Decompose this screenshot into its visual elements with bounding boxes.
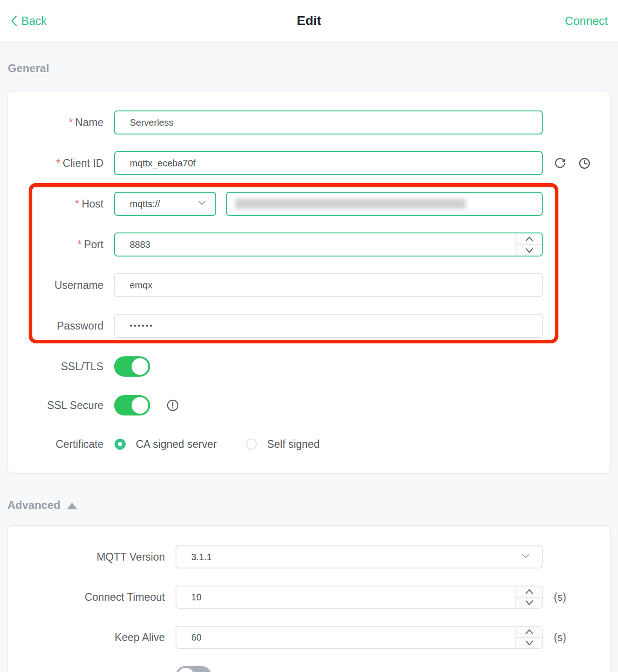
ssl-secure-label: SSL Secure [8,399,103,412]
username-value: emqx [130,280,152,291]
triangle-up-icon [67,502,77,509]
toggle-knob [132,358,148,375]
keep-alive-row: Keep Alive 60 (s) [8,626,610,649]
connect-timeout-row: Connect Timeout 10 (s) [8,586,610,609]
name-label: *Name [8,116,103,129]
password-row: Password •••••• [8,314,610,338]
client-id-row: *Client ID mqttx_eceba70f [8,151,610,175]
radio-ca-signed-server-label[interactable]: CA signed server [136,438,217,451]
client-id-input[interactable]: mqttx_eceba70f [114,151,543,175]
ssl-secure-row: SSL Secure [8,395,610,415]
client-id-value: mqttx_eceba70f [130,158,195,169]
page-title: Edit [0,13,618,28]
keep-alive-unit: (s) [554,631,566,644]
connect-timeout-unit: (s) [554,591,566,604]
mqtt-version-label: MQTT Version [8,551,165,563]
port-value: 8883 [130,239,151,250]
ssl-secure-toggle[interactable] [114,395,150,415]
required-marker: * [69,116,73,128]
radio-self-signed-label[interactable]: Self signed [267,438,320,451]
mqtt-version-row: MQTT Version 3.1.1 [8,545,610,568]
clock-icon[interactable] [578,157,591,170]
advanced-section-header[interactable]: Advanced [7,498,611,513]
advanced-card: MQTT Version 3.1.1 Connect Timeout 10 [7,525,611,672]
password-masked-value: •••••• [130,322,154,330]
name-input[interactable]: Serverless [114,110,543,134]
connect-timeout-stepper [515,586,542,608]
auto-reconnect-toggle[interactable] [176,666,212,672]
back-button[interactable]: Back [10,14,47,28]
ssl-tls-label: SSL/TLS [8,360,103,373]
chevron-down-icon [196,197,208,211]
mqtt-version-select[interactable]: 3.1.1 [176,545,543,568]
port-label: *Port [8,238,103,251]
username-row: Username emqx [8,273,610,297]
port-decrement-button[interactable] [516,245,542,256]
required-marker: * [78,238,82,250]
keep-alive-label: Keep Alive [8,631,165,644]
password-input[interactable]: •••••• [114,314,543,338]
toggle-knob [177,668,194,672]
name-row: *Name Serverless [8,110,610,134]
host-label: *Host [8,198,103,210]
connect-timeout-decrement-button[interactable] [516,598,542,608]
auto-reconnect-row: Auto Reconnect [8,666,610,672]
port-stepper [515,233,542,256]
port-increment-button[interactable] [516,233,542,245]
top-bar: Back Edit Connect [0,0,618,43]
required-marker: * [75,198,79,210]
chevron-left-icon [10,15,18,27]
keep-alive-decrement-button[interactable] [516,638,542,648]
host-row: *Host mqtts:// [8,192,610,216]
keep-alive-input[interactable]: 60 [176,626,543,649]
client-id-label: *Client ID [8,157,103,170]
advanced-section-title: Advanced [7,498,61,513]
back-label: Back [21,14,47,28]
connect-timeout-increment-button[interactable] [516,586,542,598]
radio-ca-signed-server[interactable] [115,439,126,450]
connect-timeout-label: Connect Timeout [8,591,165,604]
keep-alive-increment-button[interactable] [516,627,542,638]
ssl-tls-row: SSL/TLS [8,356,610,377]
password-label: Password [8,320,103,332]
port-input[interactable]: 8883 [114,232,543,257]
radio-self-signed[interactable] [246,439,257,450]
certificate-row: Certificate CA signed server Self signed [8,434,610,454]
toggle-knob [132,397,148,414]
mqtt-version-value: 3.1.1 [191,552,212,562]
ssl-tls-toggle[interactable] [114,356,150,377]
chevron-down-icon [520,550,532,564]
certificate-label: Certificate [8,438,103,451]
username-input[interactable]: emqx [114,273,543,297]
host-protocol-select[interactable]: mqtts:// [114,192,216,216]
connect-timeout-value: 10 [191,592,201,603]
refresh-icon[interactable] [554,157,566,170]
required-marker: * [56,157,61,169]
port-row: *Port 8883 [8,232,610,257]
redacted-host-value [235,199,466,209]
auto-reconnect-label: Auto Reconnect [8,670,165,672]
username-label: Username [8,279,103,292]
general-card: *Name Serverless *Client ID mqttx_eceba7… [7,91,611,474]
connect-button[interactable]: Connect [565,14,608,28]
connect-timeout-input[interactable]: 10 [176,586,543,609]
warning-circle-icon[interactable] [166,399,179,412]
keep-alive-stepper [515,627,542,648]
keep-alive-value: 60 [191,632,201,643]
host-address-input[interactable] [226,192,543,216]
general-section-title: General [8,61,611,76]
host-protocol-value: mqtts:// [130,199,160,209]
name-value: Serverless [130,117,173,128]
